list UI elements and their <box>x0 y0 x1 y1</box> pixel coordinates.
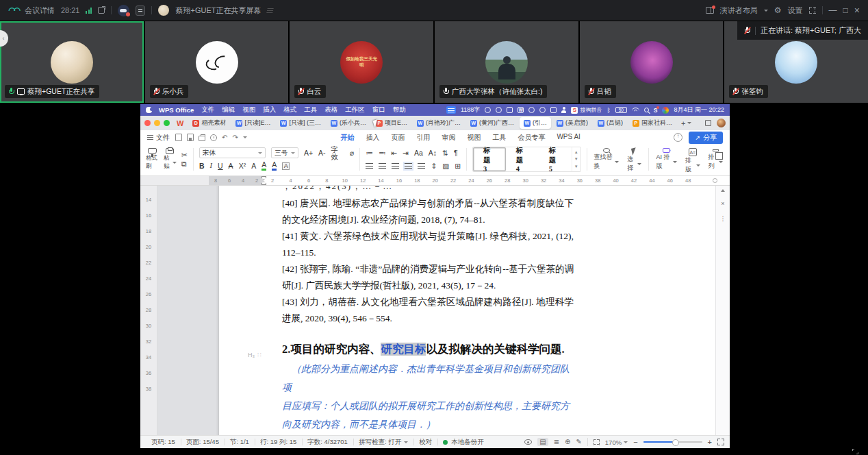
app-status-icon[interactable] <box>550 107 557 113</box>
save-icon[interactable] <box>187 134 194 141</box>
popout-icon[interactable] <box>98 7 105 14</box>
zoom-level[interactable]: 170% <box>605 439 628 446</box>
character-border-button[interactable]: A <box>282 162 290 170</box>
share-button[interactable]: ↗分享 <box>689 132 723 144</box>
ribbon-tab[interactable]: 审阅 <box>442 133 455 143</box>
ribbon-tab[interactable]: 页面 <box>391 133 405 143</box>
minimize-button[interactable]: — <box>829 6 837 14</box>
apple-menu-icon[interactable] <box>146 107 152 113</box>
ribbon-tab[interactable]: WPS AI <box>557 133 580 143</box>
ribbon-tab[interactable]: 工具 <box>492 133 506 143</box>
sort-button[interactable]: ⇅ <box>442 149 448 157</box>
typeset-button[interactable]: A≡排版 <box>684 147 701 172</box>
settings-button[interactable]: 设置 <box>788 5 803 16</box>
restore-window-icon[interactable] <box>705 120 711 126</box>
zoom-in-button[interactable]: + <box>708 438 712 446</box>
bluetooth-icon[interactable]: ᛒ <box>607 107 610 114</box>
mac-menu-item[interactable]: 格式 <box>283 106 296 114</box>
mac-menu-item[interactable]: 窗口 <box>372 106 385 114</box>
read-mode-icon[interactable] <box>524 439 532 445</box>
shading-button[interactable]: ▨ <box>442 162 449 170</box>
battery-icon[interactable]: 50 <box>615 107 627 113</box>
input-method-icon[interactable] <box>446 106 456 114</box>
numbered-list-button[interactable]: ≕ <box>379 149 386 157</box>
bold-button[interactable]: B <box>199 162 205 170</box>
strikethrough-button[interactable]: A <box>229 162 233 170</box>
document-tab[interactable]: 稻壳素材 <box>188 117 230 129</box>
ruler-toggle-icon[interactable] <box>713 178 717 183</box>
status-item[interactable]: 页码: 15 <box>146 436 181 448</box>
select-button[interactable]: 选择 <box>626 147 643 172</box>
redo-icon[interactable]: ↷ <box>232 134 238 141</box>
show-marks-button[interactable]: ¶ <box>454 149 458 157</box>
notes-app-icon[interactable] <box>136 5 145 16</box>
close-sidebar-icon[interactable]: × <box>721 200 724 207</box>
status-item[interactable]: 页面: 15/45 <box>181 436 225 448</box>
document-tab[interactable]: [只读] (三… <box>276 117 325 129</box>
participant-tile[interactable]: 广西大学张林（诗仙张太白:) <box>435 21 578 103</box>
line-spacing-button[interactable]: ⇕ <box>431 162 437 170</box>
horizontal-ruler[interactable]: 8642 24681012141618202224262830323436384… <box>140 176 730 186</box>
participant-tile[interactable]: 蔡翔+GUET正在共享 <box>0 21 144 103</box>
bullet-list-button[interactable]: ≔ <box>366 149 373 157</box>
cloud-sync-icon[interactable] <box>674 133 682 142</box>
superscript-button[interactable]: X² <box>239 162 246 170</box>
ribbon-tab[interactable]: 插入 <box>366 133 379 143</box>
clear-format-button[interactable]: ⌀ <box>350 149 354 157</box>
font-size-select[interactable]: 三号 <box>271 147 298 158</box>
fullscreen-icon[interactable] <box>717 439 724 445</box>
heading-level-marker[interactable]: H₃∷ <box>248 345 261 365</box>
align-right-button[interactable] <box>392 163 399 169</box>
mac-menu-item[interactable]: 工具 <box>304 106 317 114</box>
wechat-status-icon[interactable] <box>528 107 535 113</box>
document-page[interactable]: ，2022，42(3)，…－… [40] 唐兴国. 地理标志农产品保护与创新的矛… <box>219 186 715 435</box>
document-tab[interactable]: (黄河)广西… <box>466 117 518 129</box>
copy-button[interactable]: ⧉ <box>181 160 188 169</box>
browser-icon[interactable] <box>662 107 669 114</box>
ribbon-tab[interactable]: 开始 <box>340 133 354 143</box>
document-canvas[interactable]: ，2022，42(3)，…－… [40] 唐兴国. 地理标志农产品保护与创新的矛… <box>157 186 715 435</box>
arrange-button[interactable]: 排列 <box>707 147 724 172</box>
align-center-button[interactable] <box>379 163 386 169</box>
ribbon-tab[interactable]: 引用 <box>416 133 430 143</box>
shrink-font-button[interactable]: A- <box>318 149 326 157</box>
align-left-button[interactable] <box>366 163 373 169</box>
qq-status-icon[interactable] <box>539 107 546 113</box>
edit-pen-icon[interactable]: ✎ <box>576 439 581 445</box>
zoom-out-button[interactable]: − <box>633 438 637 446</box>
mac-menu-item[interactable]: 工作区 <box>345 106 365 114</box>
status-item[interactable]: 行: 19 列: 15 <box>255 436 302 448</box>
mic-status-icon[interactable] <box>496 107 502 113</box>
ribbon-tab[interactable]: 视图 <box>467 133 481 143</box>
wps-status-icon[interactable]: W <box>518 107 524 113</box>
font-color-button[interactable]: A <box>272 161 277 171</box>
styles-scroll-arrows[interactable]: ▲▼▼ <box>572 147 580 171</box>
mac-menu-item[interactable]: 插入 <box>263 106 276 114</box>
zoom-slider[interactable] <box>643 441 702 443</box>
mac-menu-item[interactable]: 编辑 <box>222 106 235 114</box>
status-item[interactable]: 拼写检查: 打开 <box>353 436 413 448</box>
speaker-layout-button[interactable]: 演讲者布局 <box>720 5 758 16</box>
text-effects-button[interactable]: 字效 <box>331 146 345 160</box>
ai-typeset-button[interactable]: AI 排版 <box>654 147 678 172</box>
fit-page-icon[interactable] <box>593 439 600 445</box>
more-tools-icon[interactable]: ⋮ <box>720 215 726 222</box>
style-heading4[interactable]: 标题 4 <box>506 147 539 171</box>
style-heading5[interactable]: 标题 5 <box>539 147 572 171</box>
status-item[interactable]: 字数: 4/32701 <box>302 436 353 448</box>
spotlight-search-icon[interactable] <box>644 108 649 112</box>
participant-tile[interactable]: 乐小兵 <box>145 21 289 103</box>
new-tab-button[interactable]: + <box>681 119 691 127</box>
participant-tile[interactable]: 假如给我三天光明 白云 <box>290 21 433 103</box>
mac-menu-item[interactable]: 视图 <box>242 106 255 114</box>
status-item[interactable]: 节: 1/1 <box>225 436 255 448</box>
italic-button[interactable]: I <box>210 162 213 170</box>
distribute-button[interactable] <box>418 163 425 169</box>
status-item[interactable]: 本地备份开 <box>437 436 489 448</box>
fullscreen-icon[interactable] <box>809 7 816 14</box>
document-tab[interactable]: 国家社科… <box>628 117 676 129</box>
mac-app-name[interactable]: WPS Office <box>159 106 194 114</box>
history-icon[interactable] <box>210 134 217 141</box>
justify-button[interactable] <box>405 163 412 169</box>
change-case-button[interactable]: Aa <box>414 149 423 157</box>
